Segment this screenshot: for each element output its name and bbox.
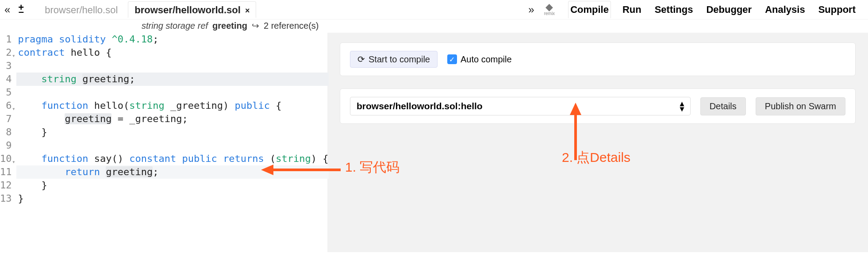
line-number: 10 bbox=[0, 152, 12, 165]
panel-tab-analysis[interactable]: Analysis bbox=[763, 1, 807, 18]
code-line[interactable]: greeting = _greeting; bbox=[16, 112, 329, 126]
compile-panel: ⟳ Start to compile ✓ Auto compile browse… bbox=[327, 33, 868, 252]
auto-compile-label: Auto compile bbox=[461, 54, 512, 65]
line-number: 5 bbox=[0, 86, 12, 99]
tab-file-0[interactable]: browser/hello.sol bbox=[38, 1, 124, 18]
line-number: 9 bbox=[0, 139, 12, 152]
main-split: 12345678910111213 pragma solidity ^0.4.1… bbox=[0, 33, 868, 252]
code-line[interactable]: function hello(string _greeting) public … bbox=[16, 99, 329, 112]
publish-swarm-button[interactable]: Publish on Swarm bbox=[756, 97, 845, 115]
compile-controls-card: ⟳ Start to compile ✓ Auto compile bbox=[340, 42, 856, 76]
line-number: 4 bbox=[0, 73, 12, 86]
scroll-tabs-left-icon[interactable]: « bbox=[3, 4, 12, 15]
code-line[interactable]: return greeting; bbox=[16, 165, 329, 179]
code-line[interactable]: contract hello { bbox=[16, 46, 329, 59]
code-line[interactable]: } bbox=[16, 126, 329, 139]
scroll-tabs-right-icon[interactable]: » bbox=[526, 4, 536, 15]
details-button[interactable]: Details bbox=[700, 97, 746, 115]
line-number: 3 bbox=[0, 59, 12, 73]
select-caret-icon: ▴▾ bbox=[680, 101, 684, 111]
code-line[interactable]: function say() constant public returns (… bbox=[16, 152, 329, 165]
tab-label: browser/helloworld.sol bbox=[134, 4, 241, 16]
panel-tab-settings[interactable]: Settings bbox=[653, 1, 695, 18]
details-label: Details bbox=[710, 101, 737, 111]
code-area[interactable]: pragma solidity ^0.4.18;contract hello {… bbox=[16, 33, 329, 252]
code-editor[interactable]: 12345678910111213 pragma solidity ^0.4.1… bbox=[0, 33, 327, 252]
panel-tab-run[interactable]: Run bbox=[621, 1, 643, 18]
tab-label: browser/hello.sol bbox=[45, 4, 118, 16]
zoom-out-icon[interactable]: – bbox=[19, 9, 24, 15]
top-right-controls: » ◆ remix Compile Run Settings Debugger … bbox=[526, 1, 868, 18]
panel-tab-compile[interactable]: Compile bbox=[568, 1, 611, 18]
panel-tab-support[interactable]: Support bbox=[817, 1, 857, 18]
code-line[interactable]: string greeting; bbox=[16, 73, 329, 86]
file-tabs: browser/hello.sol browser/helloworld.sol… bbox=[38, 1, 256, 18]
start-compile-label: Start to compile bbox=[369, 54, 430, 65]
line-number: 1 bbox=[0, 33, 12, 46]
auto-compile-toggle[interactable]: ✓ Auto compile bbox=[447, 54, 512, 65]
top-bar: « + – browser/hello.sol browser/hellowor… bbox=[0, 0, 868, 19]
line-number: 7 bbox=[0, 112, 12, 126]
code-line[interactable]: } bbox=[16, 179, 329, 192]
ethereum-icon: ◆ bbox=[545, 3, 553, 11]
contract-card: browser/helloworld.sol:hello ▴▾ Details … bbox=[340, 88, 856, 124]
zoom-controls[interactable]: + – bbox=[18, 4, 24, 15]
symbol-refs: 2 reference(s) bbox=[264, 21, 319, 31]
panel-tab-debugger[interactable]: Debugger bbox=[704, 1, 753, 18]
line-number: 13 bbox=[0, 192, 12, 205]
line-number: 2 bbox=[0, 46, 12, 59]
line-number: 11 bbox=[0, 165, 12, 179]
code-line[interactable] bbox=[16, 86, 329, 99]
goto-refs-icon[interactable]: ↪ bbox=[252, 20, 259, 31]
code-line[interactable]: } bbox=[16, 192, 329, 205]
contract-select-value: browser/helloworld.sol:hello bbox=[357, 101, 483, 111]
symbol-name: greeting bbox=[212, 21, 247, 31]
tab-file-1[interactable]: browser/helloworld.sol × bbox=[128, 1, 256, 18]
start-compile-button[interactable]: ⟳ Start to compile bbox=[350, 51, 438, 68]
remix-logo-text: remix bbox=[544, 11, 555, 16]
line-number: 12 bbox=[0, 179, 12, 192]
tab-strip-controls: « + – browser/hello.sol browser/hellowor… bbox=[0, 1, 256, 18]
remix-logo: ◆ remix bbox=[544, 3, 555, 16]
code-line[interactable] bbox=[16, 59, 329, 73]
symbol-info-strip: string storage ref greeting ↪ 2 referenc… bbox=[142, 19, 868, 33]
line-number: 6 bbox=[0, 99, 12, 112]
refresh-icon: ⟳ bbox=[357, 54, 365, 65]
panel-tabs: Compile Run Settings Debugger Analysis S… bbox=[563, 1, 863, 18]
contract-select[interactable]: browser/helloworld.sol:hello ▴▾ bbox=[350, 97, 691, 115]
symbol-type: string storage ref bbox=[142, 21, 208, 31]
checkbox-checked-icon: ✓ bbox=[447, 54, 457, 64]
code-line[interactable]: pragma solidity ^0.4.18; bbox=[16, 33, 329, 46]
close-tab-icon[interactable]: × bbox=[245, 6, 250, 15]
code-line[interactable] bbox=[16, 139, 329, 152]
line-number: 8 bbox=[0, 126, 12, 139]
line-gutter: 12345678910111213 bbox=[0, 33, 16, 252]
publish-label: Publish on Swarm bbox=[765, 101, 836, 111]
